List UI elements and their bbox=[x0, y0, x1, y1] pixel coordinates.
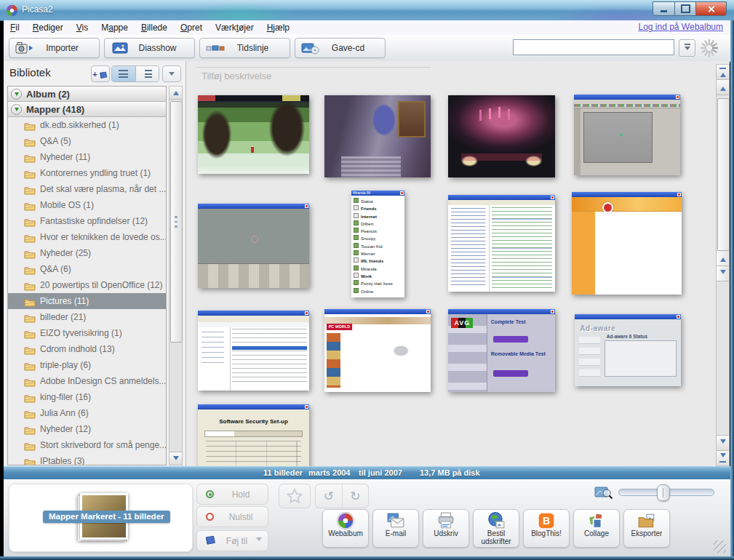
thumbnail-castle-game[interactable] bbox=[324, 95, 431, 177]
sidebar-folder-nyheder-12[interactable]: Nyheder (12) bbox=[8, 421, 166, 437]
thumbnail-security-suite-window[interactable] bbox=[572, 192, 682, 295]
chevron-down-icon bbox=[256, 537, 262, 544]
scroll-up-button[interactable] bbox=[717, 80, 729, 95]
scroll-down-button[interactable] bbox=[169, 452, 182, 465]
sidebar-folder-dk-edb-sikkerhed-1[interactable]: dk.edb.sikkerhed (1) bbox=[8, 117, 166, 133]
sidebar-folder-adobe-indesign-cs-anmeldels[interactable]: Adobe InDesign CS anmeldels... bbox=[8, 373, 166, 389]
main-toolbar: ImporterDiasshowTidslinjeGave-cd bbox=[4, 35, 730, 62]
menu-hj-lp[interactable]: Hjælp bbox=[260, 20, 296, 35]
photo-image bbox=[198, 316, 309, 391]
thumbnail-nightclub-scene[interactable] bbox=[448, 95, 555, 177]
folder-icon bbox=[24, 185, 36, 193]
menu-billede[interactable]: Billede bbox=[135, 20, 174, 35]
rotate-cw-button[interactable] bbox=[342, 484, 369, 508]
activity-spinner-icon bbox=[700, 39, 719, 57]
bestil-udskrifter-button[interactable]: Bestil udskrifter bbox=[473, 509, 519, 548]
thumbnail-security-setup-window[interactable]: Software Security Set-up bbox=[198, 404, 309, 466]
sidebar-folder-q-a-6[interactable]: Q&A (6) bbox=[8, 261, 166, 277]
thumbnail-pcworld-webpage[interactable]: PC WORLD bbox=[324, 309, 431, 392]
reset-button[interactable]: Nulstil bbox=[196, 506, 268, 527]
importer-button[interactable]: Importer bbox=[9, 38, 100, 58]
page-down-button[interactable] bbox=[717, 266, 729, 281]
resize-grip[interactable] bbox=[714, 540, 726, 553]
album-book-icon bbox=[98, 70, 108, 79]
diasshow-button[interactable]: Diasshow bbox=[104, 38, 195, 58]
scroll-to-bottom-button[interactable] bbox=[717, 451, 729, 465]
sidebar-folder-det-skal-v-re-plasma-n-r-det[interactable]: Det skal være plasma, når det ... bbox=[8, 181, 166, 197]
sidebar-folder-q-a-5[interactable]: Q&A (5) bbox=[8, 133, 166, 149]
search-options-dropdown[interactable] bbox=[679, 39, 695, 57]
thumbnail-3d-app-window[interactable] bbox=[574, 95, 680, 175]
close-button[interactable] bbox=[696, 1, 727, 16]
menu-vis[interactable]: Vis bbox=[70, 20, 95, 35]
add-to-button[interactable]: Føj til bbox=[196, 530, 268, 551]
sidebar-folder-triple-play-6[interactable]: triple-play (6) bbox=[8, 357, 166, 373]
thumbnail-kings-quest-game[interactable] bbox=[198, 95, 309, 174]
eksporter-button[interactable]: Eksporter bbox=[623, 509, 670, 548]
sidebar-folder-julia-ann-6[interactable]: Julia Ann (6) bbox=[8, 405, 166, 421]
menu-opret[interactable]: Opret bbox=[174, 20, 209, 35]
sidebar-folder-billeder-21[interactable]: billeder (21) bbox=[8, 309, 166, 325]
minimize-button[interactable] bbox=[653, 1, 675, 16]
menu-fil[interactable]: Fil bbox=[4, 20, 26, 35]
menu-mappe[interactable]: Mappe bbox=[95, 20, 135, 35]
sidebar-folder-20-powertips-til-openoffice-12[interactable]: 20 powertips til OpenOffice (12) bbox=[8, 277, 166, 293]
menu-rediger[interactable]: Rediger bbox=[26, 20, 70, 35]
zoom-slider-thumb[interactable] bbox=[657, 484, 670, 501]
sidebar-folder-mobile-os-1[interactable]: Mobile OS (1) bbox=[8, 197, 166, 213]
zoom-slider[interactable] bbox=[618, 489, 714, 496]
sidebar-folder-pictures-11[interactable]: Pictures (11) bbox=[8, 293, 166, 309]
sidebar-folder-king-filer-16[interactable]: king-filer (16) bbox=[8, 389, 166, 405]
photo-count: 11 billeder bbox=[263, 468, 303, 477]
sidebar-folder-cdrom-indhold-13[interactable]: Cdrom indhold (13) bbox=[8, 341, 166, 357]
window-titlebar: Picasa2 bbox=[0, 0, 734, 21]
thumbnail-avg-antivirus-window[interactable]: AVGComplete TestRemovable Media Test bbox=[448, 309, 555, 392]
page-up-button[interactable] bbox=[717, 251, 729, 266]
scrollbar-thumb[interactable] bbox=[717, 98, 730, 251]
search-input[interactable] bbox=[513, 39, 674, 55]
sidebar-folder-iptables-3[interactable]: IPtables (3) bbox=[8, 453, 166, 465]
hold-button[interactable]: Hold bbox=[196, 484, 268, 505]
new-album-button[interactable]: + bbox=[91, 65, 110, 82]
folder-icon bbox=[24, 457, 36, 465]
thumbnail-code-editor-window[interactable] bbox=[448, 195, 555, 292]
sidebar-folder-nyheder-11[interactable]: Nyheder (11) bbox=[8, 149, 166, 165]
sidebar-folder-hvor-er-teknikken-de-lovede-os[interactable]: Hvor er teknikken de lovede os... bbox=[8, 229, 166, 245]
maximize-button[interactable] bbox=[675, 1, 696, 16]
sidebar-folder-stort-skrivebord-for-sm-penge[interactable]: Stort skrivebord for små penge... bbox=[8, 437, 166, 453]
collection-group-album-2[interactable]: Album (2) bbox=[8, 87, 166, 102]
tree-view-button[interactable] bbox=[135, 66, 159, 81]
photo-image bbox=[448, 200, 555, 292]
thumbnail-adaware-window[interactable]: Ad-awareAd-aware 6 Status bbox=[575, 314, 681, 386]
tidslinje-button[interactable]: Tidslinje bbox=[199, 38, 290, 58]
e-mail-button[interactable]: E-mail bbox=[372, 509, 419, 548]
sort-options-button[interactable] bbox=[162, 65, 181, 82]
rotate-ccw-button[interactable] bbox=[316, 484, 342, 508]
menu-v-rkt-jer[interactable]: Værktøjer bbox=[209, 20, 260, 35]
blogthis-button[interactable]: BBlogThis! bbox=[523, 509, 570, 548]
sidebar-scrollbar[interactable] bbox=[169, 86, 183, 465]
sidebar-folder-fantastiske-opfindelser-12[interactable]: Fantastiske opfindelser (12) bbox=[8, 213, 166, 229]
star-button[interactable] bbox=[279, 484, 311, 508]
scroll-up-button[interactable] bbox=[169, 87, 182, 100]
flat-view-button[interactable] bbox=[112, 66, 135, 81]
sidebar-folder-kontorernes-yndling-truet-1[interactable]: Kontorernes yndling truet (1) bbox=[8, 165, 166, 181]
scroll-to-top-button[interactable] bbox=[717, 65, 729, 80]
scroll-down-button[interactable] bbox=[717, 435, 729, 451]
sidebar-folder-eizo-tyverisikring-1[interactable]: EIZO tyverisikring (1) bbox=[8, 325, 166, 341]
giftcd-icon bbox=[301, 41, 320, 55]
collection-group-mapper-418[interactable]: Mapper (418) bbox=[8, 102, 166, 117]
thumbnail-blender-window[interactable] bbox=[198, 204, 309, 288]
disclosure-icon bbox=[11, 104, 22, 115]
mini-window-titlebar: Miranda IM bbox=[351, 191, 404, 196]
thumbnail-miranda-im[interactable]: Miranda IMStatusFriendsInternetDilbertPe… bbox=[351, 191, 404, 297]
scrollbar-thumb[interactable] bbox=[170, 101, 183, 343]
sidebar-folder-nyheder-25[interactable]: Nyheder (25) bbox=[8, 245, 166, 261]
thumbnail-email-client-window[interactable] bbox=[198, 311, 309, 391]
collage-button[interactable]: Collage bbox=[573, 509, 620, 548]
gave-cd-button[interactable]: Gave-cd bbox=[295, 38, 386, 58]
login-webalbum-link[interactable]: Log ind på Webalbum bbox=[638, 22, 723, 32]
webalbum-button[interactable]: Webalbum bbox=[322, 509, 369, 548]
main-scrollbar[interactable] bbox=[716, 64, 730, 466]
udskriv-button[interactable]: Udskriv bbox=[423, 509, 469, 548]
